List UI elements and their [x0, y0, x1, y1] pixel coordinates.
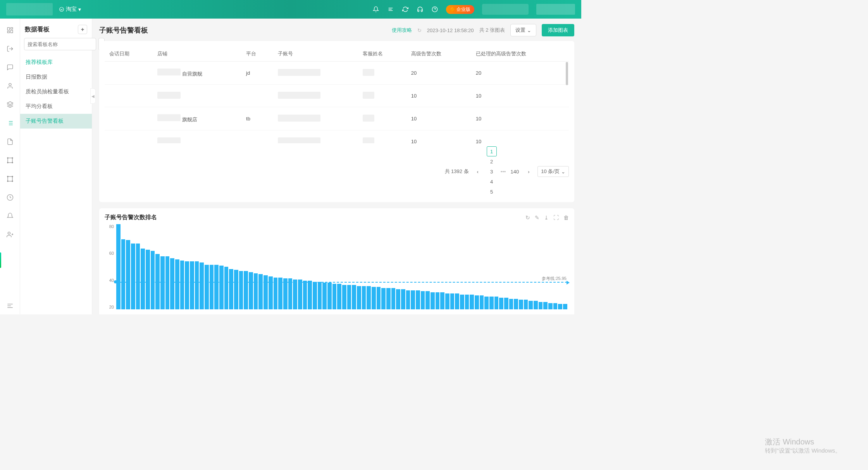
bar[interactable] — [288, 278, 293, 309]
bar[interactable] — [116, 224, 121, 309]
nav-exit-icon[interactable] — [6, 45, 14, 53]
chart-fullscreen-icon[interactable]: ⛶ — [553, 214, 559, 221]
bar[interactable] — [205, 265, 209, 310]
page-size-select[interactable]: 10 条/页 ⌄ — [537, 166, 569, 177]
bar[interactable] — [136, 244, 140, 310]
bar[interactable] — [529, 301, 533, 309]
bar[interactable] — [308, 281, 312, 309]
bar[interactable] — [563, 304, 567, 309]
bar[interactable] — [475, 295, 479, 309]
bar[interactable] — [367, 286, 371, 310]
nav-collapse-icon[interactable] — [6, 302, 14, 310]
bar[interactable] — [234, 270, 238, 309]
bar[interactable] — [431, 292, 435, 309]
platform-dropdown[interactable]: 淘宝 ▾ — [59, 6, 81, 13]
settings-button[interactable]: 设置⌄ — [510, 24, 536, 36]
bar[interactable] — [524, 300, 528, 309]
page-number[interactable]: 1 — [487, 146, 497, 156]
sidebar-collapse-handle[interactable]: ◀ — [90, 88, 96, 104]
bar[interactable] — [484, 297, 489, 309]
bar[interactable] — [303, 281, 307, 309]
bar[interactable] — [411, 290, 415, 310]
bell-icon[interactable] — [372, 6, 379, 13]
bar[interactable] — [519, 300, 523, 309]
bar[interactable] — [543, 302, 548, 309]
bar[interactable] — [258, 274, 263, 309]
sidebar-item[interactable]: 日报数据 — [20, 70, 92, 84]
bar[interactable] — [406, 290, 410, 310]
bar[interactable] — [470, 295, 474, 310]
bar[interactable] — [254, 273, 258, 310]
bar[interactable] — [499, 298, 503, 309]
bar[interactable] — [224, 267, 229, 309]
bar[interactable] — [534, 301, 538, 309]
bar[interactable] — [327, 283, 332, 309]
bar[interactable] — [146, 250, 150, 309]
bar[interactable] — [175, 259, 179, 309]
bar[interactable] — [313, 282, 317, 310]
nav-dashboard-icon[interactable] — [6, 26, 14, 34]
scrollbar[interactable] — [566, 62, 568, 85]
bar[interactable] — [558, 304, 562, 309]
sidebar-item[interactable]: 质检员抽检量看板 — [20, 84, 92, 99]
user-avatar[interactable] — [536, 4, 575, 15]
bar[interactable] — [249, 272, 253, 309]
sidebar-item[interactable]: 子账号告警看板 — [20, 114, 92, 129]
bar[interactable] — [436, 292, 440, 309]
nav-box2-icon[interactable] — [6, 175, 14, 183]
nav-chat-icon[interactable] — [6, 63, 14, 71]
bar[interactable] — [548, 303, 553, 310]
bar[interactable] — [337, 284, 341, 309]
bar[interactable] — [293, 280, 297, 309]
bar[interactable] — [445, 293, 450, 309]
bar[interactable] — [200, 262, 204, 309]
nav-alarm-icon[interactable] — [6, 212, 14, 220]
bar[interactable] — [460, 295, 464, 310]
bar[interactable] — [396, 289, 400, 309]
prev-page-button[interactable]: ‹ — [473, 166, 483, 177]
bar[interactable] — [318, 282, 322, 310]
bar[interactable] — [416, 290, 420, 310]
bar[interactable] — [465, 295, 469, 310]
bar[interactable] — [185, 261, 189, 309]
bar[interactable] — [509, 299, 513, 310]
bar[interactable] — [480, 295, 484, 309]
chart-edit-icon[interactable]: ✎ — [535, 214, 539, 221]
bar[interactable] — [170, 258, 174, 309]
sync-icon[interactable] — [402, 6, 409, 13]
bar[interactable] — [347, 285, 351, 309]
add-chart-button[interactable]: 添加图表 — [542, 24, 574, 36]
headset-icon[interactable] — [417, 6, 424, 13]
bar[interactable] — [214, 265, 219, 310]
bar[interactable] — [219, 266, 224, 309]
nav-admin-icon[interactable] — [6, 231, 14, 238]
page-number[interactable]: 4 — [487, 177, 497, 187]
bar[interactable] — [210, 265, 214, 310]
bar[interactable] — [425, 291, 430, 309]
bar[interactable] — [274, 278, 278, 310]
bar[interactable] — [298, 280, 302, 309]
bar[interactable] — [504, 298, 508, 309]
chart-refresh-icon[interactable]: ↻ — [525, 214, 530, 221]
bar[interactable] — [239, 271, 243, 309]
chart-delete-icon[interactable]: 🗑 — [563, 214, 569, 221]
help-icon[interactable] — [431, 6, 438, 13]
nav-layers-icon[interactable] — [6, 101, 14, 108]
bar[interactable] — [386, 288, 391, 309]
page-number[interactable]: 2 — [487, 156, 497, 166]
bar[interactable] — [278, 278, 282, 310]
bar[interactable] — [494, 297, 499, 309]
sidebar-item[interactable]: 平均分看板 — [20, 99, 92, 114]
sidebar-item[interactable]: 推荐模板库 — [20, 55, 92, 70]
bar[interactable] — [357, 286, 361, 310]
bar[interactable] — [269, 276, 273, 309]
bar[interactable] — [362, 286, 366, 310]
bar[interactable] — [190, 261, 194, 309]
chart-download-icon[interactable]: ⤓ — [544, 214, 549, 221]
bar[interactable] — [264, 275, 268, 309]
bar[interactable] — [180, 261, 184, 310]
bar[interactable] — [165, 256, 170, 310]
bar[interactable] — [372, 287, 376, 309]
bar[interactable] — [121, 239, 126, 310]
enterprise-badge[interactable]: 🔶企业版 — [446, 5, 474, 14]
